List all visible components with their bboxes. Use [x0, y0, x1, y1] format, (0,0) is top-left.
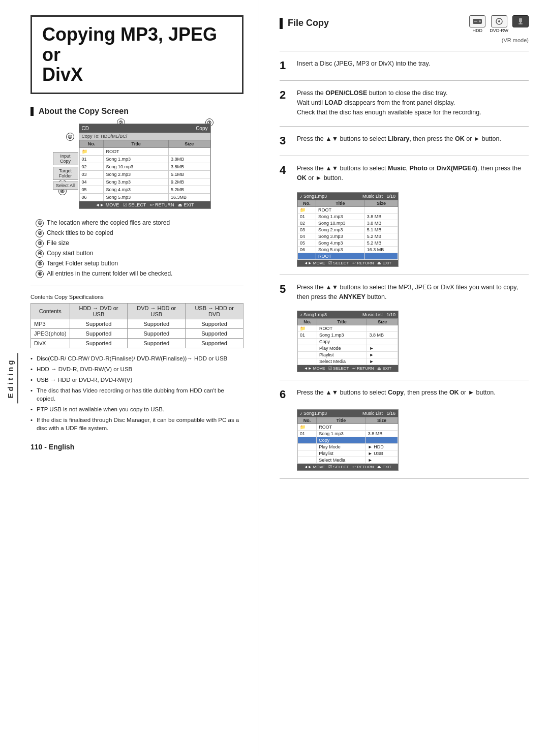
specs-col-2: DVD → HDD or USB	[128, 303, 186, 319]
editing-sidebar-label: Editing	[4, 353, 18, 403]
note-2: HDD → DVD-R, DVD-RW(V) or USB	[30, 365, 243, 373]
screen-5-table: No.TitleSize 📁ROOT 01Song 1.mp33.8 MB Co…	[297, 318, 398, 365]
diagram-header: CD Copy	[79, 124, 210, 133]
note-6: If the disc is finalised through Disc Ma…	[30, 416, 243, 432]
screen-4-table: No.TitleSize 📁ROOT 01Song 1.mp33.8 MB 02…	[297, 200, 398, 260]
screen-6-table: No.TitleSize 📁ROOT 01Song 1.mp33.8 MB Co…	[297, 417, 398, 464]
notes-list: Disc(CD-R/ CD-RW/ DVD-R(Finalise)/ DVD-R…	[30, 354, 243, 433]
diagram-legend: ①The location where the copied files are…	[36, 219, 243, 278]
specs-row-divx: DivX Supported Supported Supported	[31, 338, 243, 348]
dvdrw-icon-box: DVD-RW	[490, 15, 508, 33]
legend-item-5: ⑤Target Folder setup button	[36, 260, 243, 268]
left-column: Editing Copying MP3, JPEG or DivX About …	[0, 0, 259, 756]
step-3-text: Press the ▲▼ buttons to select Library, …	[297, 134, 529, 144]
dvdrw-icon	[491, 15, 507, 27]
legend-item-2: ②Check titles to be copied	[36, 229, 243, 237]
svg-point-4	[498, 20, 500, 22]
device-icons-row: HDD DVD-RW USB	[469, 15, 529, 33]
note-5: PTP USB is not available when you copy t…	[30, 405, 243, 413]
hdd-icon	[469, 15, 485, 27]
legend-item-1: ①The location where the copied files are…	[36, 219, 243, 227]
diagram-table: No.TitleSize 📁ROOT 01Song 1.mp33.8MB 02S…	[79, 140, 210, 201]
page-title: Copying MP3, JPEG or DivX	[42, 24, 232, 85]
diagram-subheader: Copy To: HDD/ML/BC/	[79, 133, 210, 140]
screen-4: ♪ Song1.mp3 Music List 1/10 No.TitleSize…	[297, 192, 399, 267]
svg-rect-5	[519, 18, 522, 22]
specs-col-3: USB → HDD or DVD	[186, 303, 243, 319]
step-4-text: Press the ▲▼ buttons to select Music, Ph…	[297, 164, 529, 183]
select-all-btn[interactable]: Select All	[53, 182, 78, 190]
step-2-num: 2	[280, 89, 291, 101]
section1-heading: About the Copy Screen	[30, 107, 243, 116]
legend-item-3: ③File size	[36, 239, 243, 248]
step-6: 6 Press the ▲▼ buttons to select Copy, t…	[280, 388, 529, 400]
step-3-num: 3	[280, 135, 291, 146]
specs-table: Contents HDD → DVD or USB DVD → HDD or U…	[30, 303, 243, 348]
step-1: 1 Insert a Disc (JPEG, MP3 or DivX) into…	[280, 59, 529, 71]
step-2-text: Press the OPEN/CLOSE button to close the…	[297, 88, 529, 117]
svg-rect-7	[518, 23, 523, 24]
screen-6-header: ♪ Song1.mp3 Music List 1/16	[297, 410, 398, 417]
specs-col-1: HDD → DVD or USB	[70, 303, 128, 319]
legend-item-4: ④Copy start button	[36, 250, 243, 258]
note-3: USB → HDD or DVD-R, DVD-RW(V)	[30, 376, 243, 384]
step-6-num: 6	[280, 389, 291, 400]
screen-4-footer: ◄► MOVE ☑ SELECT ↩ RETURN ⏏ EXIT	[297, 260, 398, 266]
screen-5-header: ♪ Song1.mp3 Music List 1/10	[297, 311, 398, 318]
screen-6: ♪ Song1.mp3 Music List 1/16 No.TitleSize…	[297, 409, 399, 471]
step-4: 4 Press the ▲▼ buttons to select Music, …	[280, 164, 529, 183]
specs-row-jpeg: JPEG(photo) Supported Supported Supporte…	[31, 328, 243, 338]
page-number: 110 - English	[30, 443, 243, 451]
file-copy-heading: File Copy	[280, 18, 329, 29]
vr-mode-label: (VR mode)	[280, 37, 529, 43]
step-5-num: 5	[280, 284, 291, 295]
step-4-num: 4	[280, 165, 291, 176]
screen-4-header: ♪ Song1.mp3 Music List 1/10	[297, 193, 398, 200]
target-folder-btn[interactable]: Target Folder	[53, 167, 78, 180]
step-3: 3 Press the ▲▼ buttons to select Library…	[280, 134, 529, 146]
step-1-num: 1	[280, 60, 291, 71]
step-5: 5 Press the ▲▼ buttons to select the MP3…	[280, 283, 529, 302]
step-5-text: Press the ▲▼ buttons to select the MP3, …	[297, 283, 529, 302]
usb-icon	[512, 15, 529, 27]
callout-1: ①	[66, 133, 74, 141]
screen-6-footer: ◄► MOVE ☑ SELECT ↩ RETURN ⏏ EXIT	[297, 464, 398, 470]
step-2: 2 Press the OPEN/CLOSE button to close t…	[280, 88, 529, 117]
usb-icon-box: USB	[512, 15, 529, 33]
legend-item-6: ⑥All entries in the current folder will …	[36, 270, 243, 278]
input-copy-btn[interactable]: Input Copy	[53, 152, 78, 165]
note-4: The disc that has Video recording or has…	[30, 386, 243, 403]
copy-screen-diagram: ① ② ③ ④ ⑤ ⑥ CD Copy Copy To: HDD/ML/BC/ …	[51, 124, 224, 209]
right-column: File Copy HDD DVD-RW USB (V	[259, 0, 549, 756]
hdd-icon-box: HDD	[469, 15, 485, 33]
step-1-text: Insert a Disc (JPEG, MP3 or DivX) into t…	[297, 59, 529, 69]
svg-point-1	[479, 20, 481, 22]
note-1: Disc(CD-R/ CD-RW/ DVD-R(Finalise)/ DVD-R…	[30, 354, 243, 362]
specs-title: Contents Copy Specifications	[30, 294, 243, 300]
diagram-footer: ◄► MOVE ☑ SELECT ↩ RETURN ⏏ EXIT	[79, 201, 210, 208]
screen-5: ♪ Song1.mp3 Music List 1/10 No.TitleSize…	[297, 311, 399, 372]
specs-row-mp3: MP3 Supported Supported Supported	[31, 319, 243, 328]
step-6-text: Press the ▲▼ buttons to select Copy, the…	[297, 388, 529, 398]
screen-5-footer: ◄► MOVE ☑ SELECT ↩ RETURN ⏏ EXIT	[297, 365, 398, 372]
specs-col-0: Contents	[31, 303, 70, 319]
title-block: Copying MP3, JPEG or DivX	[30, 15, 243, 94]
